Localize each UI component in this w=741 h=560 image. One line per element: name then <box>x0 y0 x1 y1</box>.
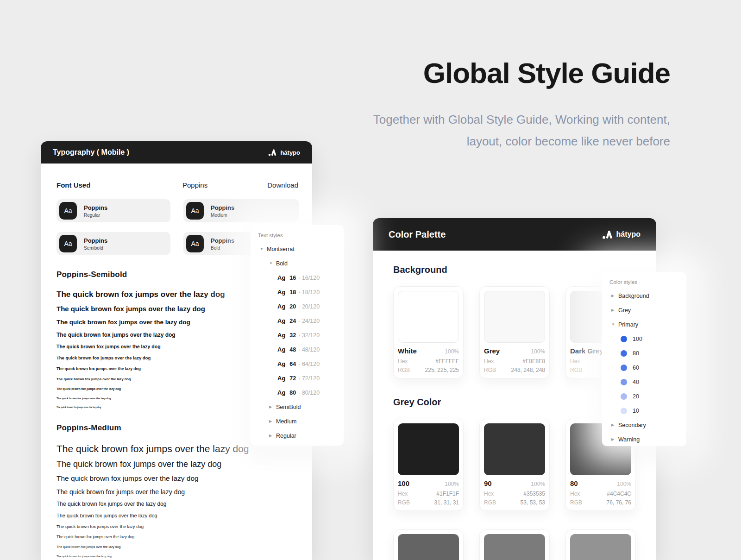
typography-panel-title: Typography ( Mobile ) <box>53 148 129 157</box>
tree-group-label: Primary <box>618 321 638 328</box>
chevron-right-icon[interactable]: ▶ <box>611 423 618 427</box>
brand: hátypo <box>268 148 300 157</box>
style-size: 24 <box>289 318 296 324</box>
font-used-row: Font Used Poppins Download <box>57 181 298 189</box>
swatch-name-row: 80100% <box>570 479 631 489</box>
specimen-line: The quick brown fox jumps over the lazy … <box>57 475 298 482</box>
text-style-item[interactable]: Ag72· 72/120 <box>258 371 344 385</box>
chevron-down-icon[interactable]: ▼ <box>611 322 618 327</box>
style-size: 48 <box>289 346 296 353</box>
swatch-name-row: 100100% <box>398 479 459 489</box>
hatypo-logo-icon <box>602 229 613 240</box>
swatch-name-row: White100% <box>398 347 459 356</box>
rgb-value: 53, 53, 53 <box>521 499 545 506</box>
text-style-item[interactable]: Ag20· 20/120 <box>258 299 344 314</box>
tree-group-label: Warning <box>618 436 640 443</box>
font-used-label: Font Used <box>57 181 182 189</box>
color-style-label: 10 <box>633 408 639 414</box>
chevron-down-icon[interactable]: ▼ <box>260 247 267 251</box>
style-size-lineheight: · 20/120 <box>298 303 320 310</box>
tree-group-medium[interactable]: ▶Medium <box>258 414 344 428</box>
tree-group-bold[interactable]: ▼Bold <box>258 256 344 271</box>
color-style-item[interactable]: 10 <box>609 403 686 418</box>
color-styles-tree: ▶Background▶Grey▼Primary1008060402010▶Se… <box>609 289 686 447</box>
text-style-item[interactable]: Ag80· 80/120 <box>258 385 344 400</box>
tree-group-grey[interactable]: ▶Grey <box>609 303 686 317</box>
color-palette-title: Color Palette <box>389 229 446 240</box>
swatch-hex-row: Hex#4C4C4C <box>570 491 631 497</box>
color-style-dot <box>621 393 627 400</box>
swatch-rgb-row: RGB248, 248, 248 <box>484 367 545 374</box>
text-styles-tree: ▼Montserrat▼BoldAg16· 16/120Ag18· 18/120… <box>258 242 344 443</box>
text-style-item[interactable]: Ag48· 48/120 <box>258 342 344 357</box>
chevron-down-icon[interactable]: ▼ <box>269 261 276 265</box>
rgb-label: RGB <box>484 367 496 374</box>
color-style-dot <box>621 379 627 385</box>
text-style-item[interactable]: Ag64· 64/120 <box>258 357 344 371</box>
style-size-lineheight: · 18/120 <box>298 289 320 296</box>
rgb-label: RGB <box>570 499 582 506</box>
color-style-dot <box>621 336 627 342</box>
style-size: 16 <box>289 275 296 281</box>
text-style-item[interactable]: Ag24· 24/120 <box>258 314 344 328</box>
color-style-item[interactable]: 100 <box>609 332 686 346</box>
font-sample-tile: Aa <box>186 202 204 220</box>
tree-group-montserrat[interactable]: ▼Montserrat <box>258 242 344 256</box>
style-ag-glyph: Ag <box>277 375 285 382</box>
tree-group-primary[interactable]: ▼Primary <box>609 317 686 332</box>
tree-group-label: Medium <box>276 418 296 425</box>
swatch-hex-row: Hex#1F1F1F <box>398 491 459 497</box>
font-card-regular: AaPoppinsRegular <box>57 199 170 222</box>
hex-label: Hex <box>484 491 494 497</box>
tree-group-background[interactable]: ▶Background <box>609 289 686 303</box>
color-swatch-card: 90100%Hex#353535RGB53, 53, 53 <box>479 419 550 511</box>
swatch-opacity: 100% <box>531 348 545 355</box>
color-style-label: 60 <box>633 365 639 371</box>
style-ag-glyph: Ag <box>277 317 285 324</box>
style-size-lineheight: · 64/120 <box>298 361 320 367</box>
style-ag-glyph: Ag <box>277 274 285 281</box>
page-subtitle-line2: layout, color become like never before <box>373 131 670 152</box>
rgb-label: RGB <box>484 499 496 506</box>
specimen-line: The quick brown fox jumps over the lazy … <box>57 489 298 496</box>
font-card-text: PoppinsMedium <box>211 204 234 218</box>
style-size: 32 <box>289 332 296 339</box>
style-ag-glyph: Ag <box>277 360 285 367</box>
rgb-label: RGB <box>398 367 410 374</box>
tree-group-secondary[interactable]: ▶Secondary <box>609 418 686 432</box>
chevron-right-icon[interactable]: ▶ <box>269 405 276 409</box>
hex-label: Hex <box>398 358 408 365</box>
font-sample-tile: Aa <box>59 235 77 252</box>
text-style-item[interactable]: Ag16· 16/120 <box>258 271 344 285</box>
rgb-value: 31, 31, 31 <box>434 499 459 506</box>
swatch-name-row: Grey100% <box>484 347 545 356</box>
color-style-item[interactable]: 40 <box>609 375 686 389</box>
color-style-item[interactable]: 80 <box>609 346 686 360</box>
chevron-right-icon[interactable]: ▶ <box>269 434 276 438</box>
chevron-right-icon[interactable]: ▶ <box>611 294 618 298</box>
color-style-item[interactable]: 20 <box>609 389 686 403</box>
chevron-right-icon[interactable]: ▶ <box>269 419 276 423</box>
style-size-lineheight: · 24/120 <box>298 318 320 324</box>
text-style-item[interactable]: Ag32· 32/120 <box>258 328 344 342</box>
tree-group-warning[interactable]: ▶Warning <box>609 432 686 447</box>
style-size: 20 <box>289 303 296 310</box>
font-card-name: Poppins <box>84 204 107 211</box>
download-link[interactable]: Download <box>267 181 298 189</box>
tree-group-regular[interactable]: ▶Regular <box>258 428 344 443</box>
tree-group-semibold[interactable]: ▶SemiBold <box>258 400 344 414</box>
hero: Global Style Guide Together with Global … <box>373 57 670 152</box>
color-style-item[interactable]: 60 <box>609 360 686 375</box>
hex-value: #353535 <box>523 491 545 497</box>
text-style-item[interactable]: Ag18· 18/120 <box>258 285 344 299</box>
swatch-row: White100%Hex#FFFFFFRGB225, 225, 225Grey1… <box>393 286 636 378</box>
color-section <box>393 529 636 560</box>
font-card-text: PoppinsBold <box>211 237 234 251</box>
chevron-right-icon[interactable]: ▶ <box>611 437 618 441</box>
page-title: Global Style Guide <box>373 57 670 89</box>
chevron-right-icon[interactable]: ▶ <box>611 308 618 312</box>
style-size: 72 <box>289 375 296 382</box>
color-swatch-card <box>479 529 550 560</box>
font-card-text: PoppinsSemibold <box>84 237 107 251</box>
swatch-rgb-row: RGB225, 225, 225 <box>398 367 459 374</box>
